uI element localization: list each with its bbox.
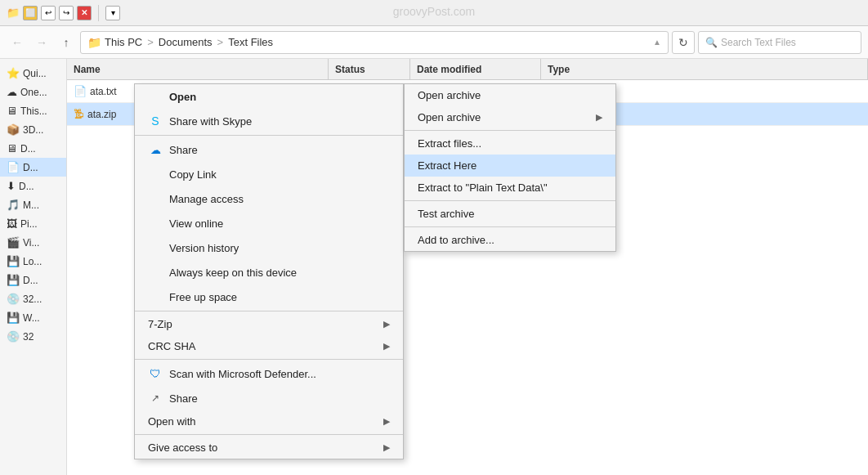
cm-7zip[interactable]: 7-Zip ▶ <box>135 313 403 335</box>
sidebar: ⭐ Qui... ☁ One... 🖥 This... 📦 3D... 🖥 D.… <box>0 59 67 475</box>
sidebar-label-videos: Vi... <box>23 237 39 249</box>
sidebar-label-drive-d: D... <box>23 275 38 286</box>
sidebar-label-documents: D... <box>23 162 38 173</box>
minimize-button[interactable]: ⬜ <box>23 6 38 20</box>
separator <box>98 5 99 21</box>
title-bar: 📁 ⬜ ↩ ↪ ✕ ▾ groovyPost.com <box>0 0 868 26</box>
computer-icon: 🖥 <box>7 105 17 117</box>
sidebar-item-win[interactable]: 💾 W... <box>0 308 66 327</box>
sidebar-item-documents[interactable]: 📄 D... <box>0 158 66 177</box>
sidebar-label-3d: 3D... <box>23 124 43 136</box>
arrow-right-icon: ▶ <box>383 341 390 352</box>
column-header-date[interactable]: Date modified <box>410 59 541 79</box>
open-icon <box>148 89 163 104</box>
cm-share-cloud[interactable]: ☁ Share <box>135 137 403 162</box>
path-folder-icon: 📁 <box>87 36 101 49</box>
cm-view-online[interactable]: View online <box>135 211 403 235</box>
cm-defender[interactable]: 🛡 Scan with Microsoft Defender... <box>135 361 403 386</box>
cm-share-skype[interactable]: S Share with Skype <box>135 109 403 133</box>
sidebar-item-this-pc[interactable]: 🖥 This... <box>0 101 66 120</box>
redo-button[interactable]: ↪ <box>59 6 74 20</box>
search-box[interactable]: 🔍 Search Text Files <box>698 31 861 54</box>
sidebar-item-3d[interactable]: 📦 3D... <box>0 120 66 139</box>
arrow-right-icon: ▶ <box>383 442 390 453</box>
sidebar-label-quick-access: Qui... <box>23 68 47 79</box>
address-bar: ← → ↑ 📁 This PC > Documents > Text Files… <box>0 26 868 59</box>
download-icon: ⬇ <box>7 180 16 192</box>
txt-file-icon: 📄 <box>74 85 87 97</box>
cloud-icon: ☁ <box>7 86 17 98</box>
undo-button[interactable]: ↩ <box>41 6 56 20</box>
file-name-txt: ata.txt <box>90 86 117 97</box>
disc-icon: 💿 <box>7 293 20 305</box>
search-icon: 🔍 <box>705 37 718 48</box>
document-icon: 📄 <box>7 161 20 173</box>
sidebar-item-pictures[interactable]: 🖼 Pi... <box>0 214 66 233</box>
desktop-icon: 🖥 <box>7 142 17 155</box>
arrow-right-icon: ▶ <box>383 319 390 329</box>
keep-icon <box>148 265 163 280</box>
column-header-status[interactable]: Status <box>329 59 410 79</box>
cm-share2[interactable]: ↗ Share <box>135 386 403 410</box>
address-box[interactable]: 📁 This PC > Documents > Text Files ▲ <box>80 31 669 54</box>
cm-free-up[interactable]: Free up space <box>135 285 403 309</box>
close-button[interactable]: ✕ <box>77 6 92 20</box>
cm-crc-sha[interactable]: CRC SHA ▶ <box>135 335 403 357</box>
cm-give-access[interactable]: Give access to ▶ <box>135 437 403 459</box>
sm-extract-to[interactable]: Extract to "Plain Text Data\" <box>405 177 615 199</box>
sidebar-label-music: M... <box>23 199 39 211</box>
3d-icon: 📦 <box>7 123 20 136</box>
sidebar-item-onedrive[interactable]: ☁ One... <box>0 83 66 101</box>
file-area: Name Status Date modified Type 📄 ata.txt… <box>67 59 868 475</box>
context-menu: Open S Share with Skype ☁ Share Copy Lin… <box>134 83 404 459</box>
sidebar-item-drive-32[interactable]: 💿 32... <box>0 289 66 308</box>
view-online-icon <box>148 216 163 231</box>
path-text-files: Text Files <box>228 36 273 48</box>
star-icon: ⭐ <box>7 67 20 79</box>
sm-test-archive[interactable]: Test archive <box>405 203 615 225</box>
cm-open-with[interactable]: Open with ▶ <box>135 410 403 432</box>
zip-file-icon: 🗜 <box>74 108 84 120</box>
skype-icon: S <box>148 114 163 128</box>
arrow-right-icon: ▶ <box>596 112 602 123</box>
sm-extract-here[interactable]: Extract Here <box>405 155 615 177</box>
sm-open-archive-arrow[interactable]: Open archive ▶ <box>405 106 615 128</box>
separator <box>135 135 403 136</box>
manage-icon <box>148 191 163 206</box>
sidebar-item-drive-d[interactable]: 💾 D... <box>0 271 66 289</box>
sm-extract-files[interactable]: Extract files... <box>405 132 615 155</box>
sidebar-item-downloads[interactable]: ⬇ D... <box>0 177 66 195</box>
sidebar-item-drive-32b[interactable]: 💿 32 <box>0 327 66 346</box>
cm-copy-link[interactable]: Copy Link <box>135 162 403 186</box>
share2-icon: ↗ <box>148 391 163 406</box>
cm-version-history[interactable]: Version history <box>135 235 403 260</box>
refresh-button[interactable]: ↻ <box>672 31 695 54</box>
more-button[interactable]: ▾ <box>105 6 120 20</box>
cm-manage-access[interactable]: Manage access <box>135 186 403 211</box>
column-header-name[interactable]: Name <box>67 59 329 79</box>
sidebar-item-local[interactable]: 💾 Lo... <box>0 252 66 271</box>
sm-add-to-archive[interactable]: Add to archive... <box>405 229 615 251</box>
watermark: groovyPost.com <box>393 5 475 18</box>
sm-open-archive[interactable]: Open archive <box>405 84 615 106</box>
sidebar-label-downloads: D... <box>19 181 34 192</box>
link-icon <box>148 167 163 181</box>
up-button[interactable]: ↑ <box>56 32 77 53</box>
sidebar-item-quick-access[interactable]: ⭐ Qui... <box>0 64 66 83</box>
sidebar-label-onedrive: One... <box>20 87 47 98</box>
sidebar-label-drive-32: 32... <box>23 294 42 305</box>
forward-button[interactable]: → <box>31 32 52 53</box>
column-header-type[interactable]: Type <box>541 59 868 79</box>
sidebar-label-win: W... <box>23 312 40 324</box>
sidebar-label-local: Lo... <box>23 256 42 267</box>
file-name-zip: ata.zip <box>87 109 116 120</box>
sidebar-item-music[interactable]: 🎵 M... <box>0 195 66 214</box>
history-icon <box>148 240 163 255</box>
back-button[interactable]: ← <box>7 32 28 53</box>
sidebar-item-videos[interactable]: 🎬 Vi... <box>0 233 66 252</box>
sidebar-item-desktop[interactable]: 🖥 D... <box>0 139 66 158</box>
separator <box>135 434 403 435</box>
cm-open[interactable]: Open <box>135 84 403 109</box>
cm-always-keep[interactable]: Always keep on this device <box>135 260 403 285</box>
defender-icon: 🛡 <box>148 366 163 381</box>
